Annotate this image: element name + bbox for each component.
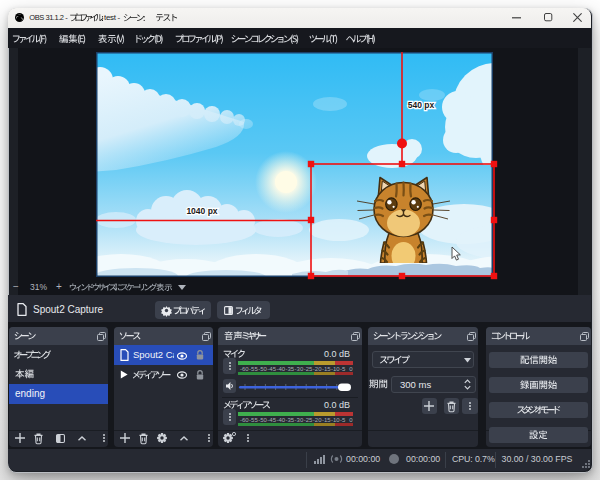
svg-text:-30: -30 — [295, 416, 304, 422]
svg-text:-15: -15 — [322, 365, 331, 371]
svg-text:540 px: 540 px — [408, 100, 435, 110]
svg-text:-50: -50 — [258, 365, 267, 371]
svg-text:-35: -35 — [286, 365, 295, 371]
svg-text:-20: -20 — [313, 365, 322, 371]
svg-text:-5: -5 — [340, 416, 346, 422]
svg-text:-40: -40 — [276, 365, 285, 371]
svg-text:0: 0 — [349, 365, 353, 371]
svg-text:-45: -45 — [267, 365, 276, 371]
svg-text:-25: -25 — [304, 416, 313, 422]
svg-text:-60: -60 — [240, 365, 249, 371]
svg-text:-25: -25 — [304, 365, 313, 371]
svg-text:-40: -40 — [276, 416, 285, 422]
svg-text:-45: -45 — [267, 416, 276, 422]
svg-text:-15: -15 — [322, 416, 331, 422]
svg-text:-55: -55 — [249, 416, 258, 422]
svg-text:-50: -50 — [258, 416, 267, 422]
svg-text:1040 px: 1040 px — [186, 206, 217, 216]
svg-text:-20: -20 — [313, 416, 322, 422]
svg-text:0: 0 — [349, 416, 353, 422]
svg-text:-5: -5 — [340, 365, 346, 371]
svg-text:-60: -60 — [240, 416, 249, 422]
svg-text:-30: -30 — [295, 365, 304, 371]
svg-text:-10: -10 — [331, 365, 340, 371]
svg-text:-10: -10 — [331, 416, 340, 422]
svg-text:-55: -55 — [249, 365, 258, 371]
svg-text:-35: -35 — [286, 416, 295, 422]
